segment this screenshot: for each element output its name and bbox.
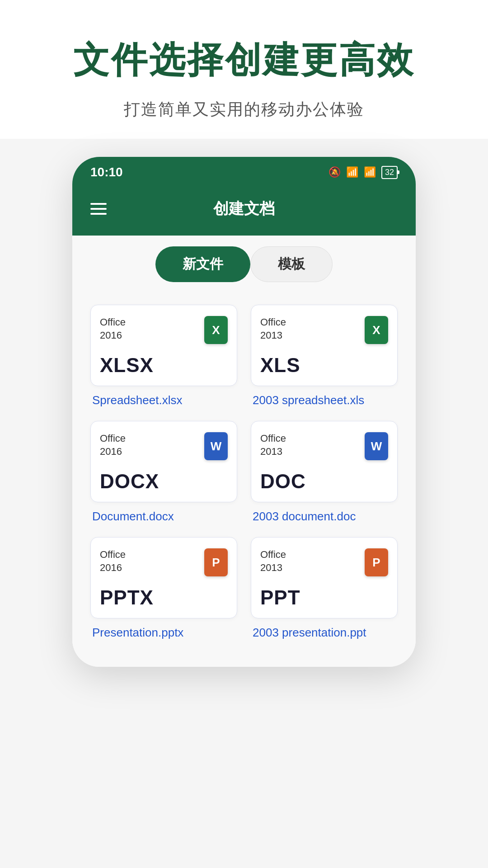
- mute-icon: 🔕: [328, 166, 341, 178]
- tab-row: 新文件 模板: [90, 246, 398, 282]
- file-type-icon: X: [365, 316, 388, 344]
- card-header: Office 2013 X: [260, 316, 388, 344]
- file-item-pptx[interactable]: Office 2016 P PPTX Presentation.pptx: [90, 537, 237, 640]
- card-header: Office 2013 W: [260, 432, 388, 460]
- file-type-icon: W: [204, 432, 228, 460]
- office-label: Office 2016: [100, 548, 126, 574]
- office-label: Office 2016: [100, 316, 126, 342]
- battery-icon: 32: [381, 166, 398, 179]
- file-item-docx[interactable]: Office 2016 W DOCX Document.docx: [90, 421, 237, 524]
- phone-mockup: 10:10 🔕 📶 📶 32 创建文档 新文件 模板: [72, 157, 416, 667]
- file-card-doc[interactable]: Office 2013 W DOC: [251, 421, 398, 502]
- file-card-pptx[interactable]: Office 2016 P PPTX: [90, 537, 237, 618]
- file-name-label: 2003 spreadsheet.xls: [251, 393, 364, 407]
- file-name-label: Document.docx: [90, 509, 174, 524]
- office-label: Office 2016: [100, 432, 126, 458]
- file-type-icon: X: [204, 316, 228, 344]
- card-format-label: XLSX: [100, 354, 228, 377]
- card-header: Office 2016 P: [100, 548, 228, 576]
- office-label: Office 2013: [260, 432, 286, 458]
- app-header: 创建文档: [72, 188, 416, 236]
- card-format-label: PPT: [260, 586, 388, 609]
- file-item-ppt[interactable]: Office 2013 P PPT 2003 presentation.ppt: [251, 537, 398, 640]
- file-item-xlsx[interactable]: Office 2016 X XLSX Spreadsheet.xlsx: [90, 305, 237, 407]
- wifi-icon: 📶: [364, 166, 376, 178]
- marketing-subtitle: 打造简单又实用的移动办公体验: [27, 99, 461, 121]
- file-card-docx[interactable]: Office 2016 W DOCX: [90, 421, 237, 502]
- card-format-label: DOCX: [100, 470, 228, 493]
- app-title: 创建文档: [213, 198, 275, 219]
- file-grid: Office 2016 X XLSX Spreadsheet.xlsx Offi…: [90, 305, 398, 640]
- file-name-label: 2003 document.doc: [251, 509, 356, 524]
- file-name-label: 2003 presentation.ppt: [251, 626, 366, 640]
- file-card-ppt[interactable]: Office 2013 P PPT: [251, 537, 398, 618]
- status-icons: 🔕 📶 📶 32: [328, 166, 398, 179]
- file-item-doc[interactable]: Office 2013 W DOC 2003 document.doc: [251, 421, 398, 524]
- file-type-icon: P: [204, 548, 228, 576]
- tab-new-file[interactable]: 新文件: [155, 246, 250, 282]
- file-type-icon: W: [365, 432, 388, 460]
- status-time: 10:10: [90, 165, 123, 179]
- marketing-title: 文件选择创建更高效: [27, 36, 461, 85]
- office-label: Office 2013: [260, 548, 286, 574]
- marketing-section: 文件选择创建更高效 打造简单又实用的移动办公体验: [0, 0, 488, 139]
- card-header: Office 2016 X: [100, 316, 228, 344]
- card-header: Office 2016 W: [100, 432, 228, 460]
- card-format-label: PPTX: [100, 586, 228, 609]
- content-area: 新文件 模板 Office 2016 X XLSX Spreadsheet.xl…: [72, 228, 416, 667]
- file-name-label: Spreadsheet.xlsx: [90, 393, 182, 407]
- file-item-xls[interactable]: Office 2013 X XLS 2003 spreadsheet.xls: [251, 305, 398, 407]
- sim-icon: 📶: [346, 166, 358, 178]
- card-format-label: DOC: [260, 470, 388, 493]
- file-card-xlsx[interactable]: Office 2016 X XLSX: [90, 305, 237, 386]
- tab-template[interactable]: 模板: [250, 246, 333, 282]
- file-type-icon: P: [365, 548, 388, 576]
- card-format-label: XLS: [260, 354, 388, 377]
- file-name-label: Presentation.pptx: [90, 626, 183, 640]
- card-header: Office 2013 P: [260, 548, 388, 576]
- status-bar: 10:10 🔕 📶 📶 32: [72, 157, 416, 188]
- menu-icon[interactable]: [90, 203, 107, 215]
- office-label: Office 2013: [260, 316, 286, 342]
- file-card-xls[interactable]: Office 2013 X XLS: [251, 305, 398, 386]
